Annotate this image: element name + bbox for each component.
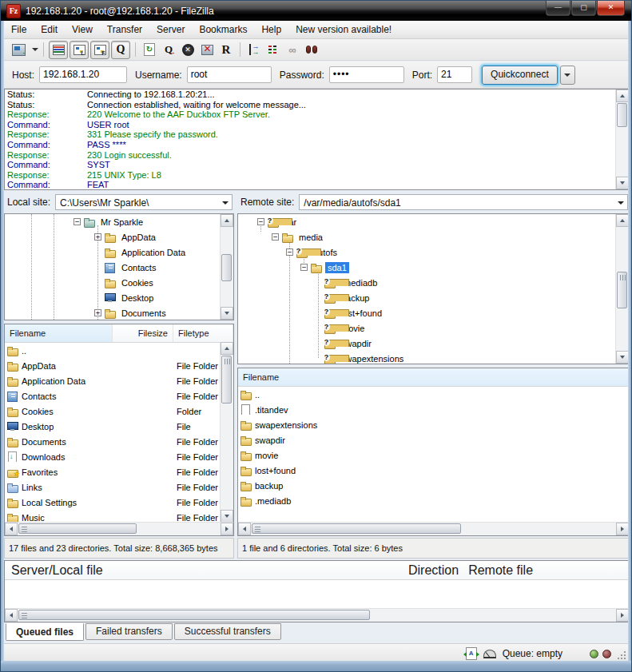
- scrollbar-thumb[interactable]: [18, 523, 137, 534]
- file-row[interactable]: ..: [238, 387, 629, 402]
- file-row[interactable]: DesktopFile: [5, 419, 233, 434]
- collapse-expander[interactable]: −: [257, 218, 264, 225]
- site-manager-button[interactable]: [10, 42, 27, 58]
- tree-item-media[interactable]: −media: [238, 229, 629, 245]
- file-row[interactable]: backup: [238, 478, 629, 493]
- scroll-left-button[interactable]: [238, 523, 251, 535]
- scroll-right-button[interactable]: [616, 523, 629, 535]
- synchronized-browsing-button[interactable]: ∞: [284, 42, 301, 58]
- process-queue-button[interactable]: Q: [160, 42, 177, 58]
- site-manager-dropdown[interactable]: [29, 42, 38, 58]
- file-row[interactable]: Application DataFile Folder: [5, 373, 233, 388]
- toggle-local-tree-button[interactable]: L: [70, 41, 89, 59]
- minimize-button[interactable]: —: [546, 1, 570, 16]
- tree-item-contacts[interactable]: Contacts: [5, 260, 233, 275]
- menu-transfer[interactable]: Transfer: [100, 22, 149, 37]
- speed-limit-gauge-icon[interactable]: [483, 650, 496, 658]
- remote-list-hscrollbar[interactable]: [238, 522, 629, 535]
- menu-server[interactable]: Server: [149, 22, 192, 37]
- column-header-filesize[interactable]: Filesize: [113, 324, 173, 342]
- reconnect-button[interactable]: R: [217, 42, 235, 58]
- column-header-remote-file[interactable]: Remote file: [463, 562, 629, 579]
- file-row[interactable]: CookiesFolder: [5, 404, 233, 419]
- menu-new-version[interactable]: New version available!: [288, 22, 399, 37]
- column-header-filetype[interactable]: Filetype: [173, 324, 233, 342]
- refresh-button[interactable]: ↻: [141, 42, 158, 58]
- password-input[interactable]: ••••: [329, 66, 404, 83]
- expand-expander[interactable]: +: [94, 233, 101, 241]
- tree-item-cookies[interactable]: Cookies: [5, 275, 233, 290]
- directory-filters-button[interactable]: [264, 42, 282, 58]
- menu-help[interactable]: Help: [254, 22, 288, 37]
- tree-item-mediadb[interactable]: .mediadb: [238, 275, 629, 290]
- tab-queued-files[interactable]: Queued files: [6, 623, 84, 641]
- log-scrollbar[interactable]: [615, 89, 629, 189]
- scrollbar-thumb[interactable]: [221, 356, 232, 404]
- scroll-left-button[interactable]: [5, 523, 18, 535]
- quickconnect-button[interactable]: Quickconnect: [482, 66, 558, 85]
- collapse-expander[interactable]: −: [286, 249, 293, 256]
- file-row[interactable]: LinksFile Folder: [5, 479, 233, 495]
- file-row[interactable]: .titandev: [238, 402, 629, 417]
- tree-item-swapextensions[interactable]: swapextensions: [238, 351, 629, 364]
- scrollbar-thumb[interactable]: [18, 610, 370, 620]
- tree-item-mr-sparkle[interactable]: −Mr Sparkle: [5, 214, 233, 229]
- scroll-left-button[interactable]: [5, 609, 18, 622]
- tab-failed-transfers[interactable]: Failed transfers: [85, 623, 173, 640]
- file-row[interactable]: AppDataFile Folder: [5, 358, 233, 373]
- scroll-up-button[interactable]: [221, 214, 233, 227]
- file-row[interactable]: DownloadsFile Folder: [5, 449, 233, 464]
- disconnect-button[interactable]: [198, 42, 216, 58]
- menu-bookmarks[interactable]: Bookmarks: [192, 22, 254, 37]
- remote-site-combo[interactable]: /var/media/autofs/sda1: [299, 194, 628, 210]
- tree-item-appdata[interactable]: +AppData: [5, 229, 233, 245]
- toggle-remote-tree-button[interactable]: F: [90, 41, 109, 59]
- collapse-expander[interactable]: −: [272, 233, 279, 241]
- file-row[interactable]: movie: [238, 447, 629, 463]
- collapse-expander[interactable]: −: [74, 218, 81, 225]
- file-row[interactable]: swapdir: [238, 432, 629, 447]
- tree-item-autofs[interactable]: −autofs: [238, 245, 629, 260]
- tree-item-movie[interactable]: movie: [238, 320, 629, 336]
- maximize-button[interactable]: ▢: [571, 1, 596, 16]
- column-header-direction[interactable]: Direction: [404, 562, 463, 579]
- collapse-expander[interactable]: −: [300, 264, 308, 271]
- tree-item-lost-found[interactable]: lost+found: [238, 305, 629, 320]
- file-row[interactable]: ..: [5, 343, 233, 358]
- expand-expander[interactable]: +: [94, 309, 101, 316]
- tree-item-application-data[interactable]: Application Data: [5, 245, 233, 260]
- scroll-right-button[interactable]: [616, 609, 629, 622]
- directory-comparison-button[interactable]: →→: [245, 42, 263, 58]
- remote-tree-scrollbar[interactable]: [615, 214, 629, 364]
- title-bar[interactable]: Fz 192.168.1.20 - root@192.168.1.20 - Fi…: [1, 1, 631, 21]
- tree-item-backup[interactable]: backup: [238, 290, 629, 305]
- file-row[interactable]: FavoritesFile Folder: [5, 464, 233, 479]
- scrollbar-thumb[interactable]: [617, 272, 627, 308]
- menu-edit[interactable]: Edit: [34, 22, 65, 37]
- file-row[interactable]: swapextensions: [238, 417, 629, 432]
- resize-grip[interactable]: [618, 652, 626, 660]
- scrollbar-thumb[interactable]: [617, 103, 627, 127]
- tree-item-sda1[interactable]: −sda1: [238, 260, 629, 275]
- scroll-up-button[interactable]: [616, 89, 629, 102]
- tree-item-swapdir[interactable]: swapdir: [238, 336, 629, 351]
- scroll-down-button[interactable]: [221, 307, 233, 320]
- queue-hscrollbar[interactable]: [5, 608, 629, 622]
- scroll-down-button[interactable]: [221, 510, 233, 523]
- transfer-type-icon[interactable]: A: [466, 647, 477, 660]
- file-row[interactable]: DocumentsFile Folder: [5, 434, 233, 449]
- port-input[interactable]: 21: [437, 66, 472, 83]
- column-header-filename[interactable]: Filename: [238, 368, 629, 386]
- file-row[interactable]: lost+found: [238, 463, 629, 478]
- tree-item-documents[interactable]: +Documents: [5, 305, 233, 320]
- close-button[interactable]: ✕: [597, 1, 625, 16]
- local-list-hscrollbar[interactable]: [5, 522, 233, 535]
- toggle-queue-button[interactable]: Q: [111, 41, 130, 59]
- quickconnect-dropdown[interactable]: [560, 66, 575, 85]
- local-site-combo[interactable]: C:\Users\Mr Sparkle\: [55, 194, 233, 210]
- local-list-scrollbar[interactable]: [220, 342, 233, 523]
- find-files-button[interactable]: [303, 42, 320, 58]
- file-row[interactable]: ContactsFile Folder: [5, 388, 233, 404]
- menu-view[interactable]: View: [65, 22, 100, 37]
- scroll-up-button[interactable]: [221, 342, 233, 355]
